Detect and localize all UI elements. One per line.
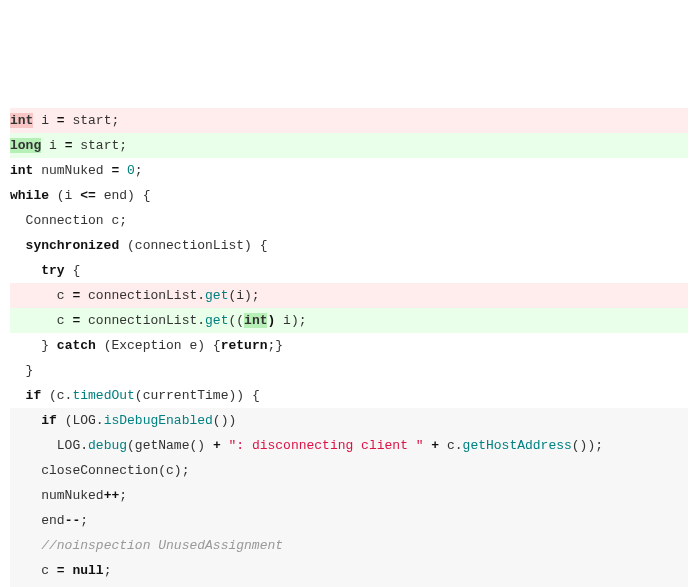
code-line: Connection c; xyxy=(10,208,688,233)
code-line: c = connectionList.get(i); xyxy=(10,283,688,308)
code-token: = xyxy=(111,163,119,178)
code-token: int xyxy=(10,163,33,178)
code-line: int i = start; xyxy=(10,108,688,133)
code-line: if (!force && numNuked == maxConnections… xyxy=(10,583,688,587)
code-token: return xyxy=(221,338,268,353)
code-line: while (i <= end) { xyxy=(10,183,688,208)
diff-code-block: int i = start;long i = start;int numNuke… xyxy=(10,108,688,587)
code-token: getHostAddress xyxy=(463,438,572,453)
code-token: get xyxy=(205,313,228,328)
code-token: catch xyxy=(57,338,96,353)
code-token: + xyxy=(431,438,439,453)
code-line: end--; xyxy=(10,508,688,533)
code-token: timedOut xyxy=(72,388,134,403)
code-line: c = null; xyxy=(10,558,688,583)
code-token: if xyxy=(26,388,42,403)
code-line: closeConnection(c); xyxy=(10,458,688,483)
code-line: synchronized (connectionList) { xyxy=(10,233,688,258)
code-token: + xyxy=(213,438,221,453)
code-token: = xyxy=(72,313,80,328)
code-token: = xyxy=(72,288,80,303)
code-token: if xyxy=(41,413,57,428)
code-line: //noinspection UnusedAssignment xyxy=(10,533,688,558)
code-token: try xyxy=(41,263,64,278)
code-token: int xyxy=(244,313,267,328)
code-token: //noinspection UnusedAssignment xyxy=(41,538,283,553)
code-line: if (c.timedOut(currentTime)) { xyxy=(10,383,688,408)
code-line: } xyxy=(10,358,688,383)
code-token: null xyxy=(72,563,103,578)
code-token: = xyxy=(57,113,65,128)
code-line: long i = start; xyxy=(10,133,688,158)
code-token: long xyxy=(10,138,41,153)
code-token: while xyxy=(10,188,49,203)
code-line: try { xyxy=(10,258,688,283)
code-line: } catch (Exception e) {return;} xyxy=(10,333,688,358)
code-line: c = connectionList.get((int) i); xyxy=(10,308,688,333)
code-token: debug xyxy=(88,438,127,453)
code-token: = xyxy=(65,138,73,153)
code-token: ++ xyxy=(104,488,120,503)
code-token: = xyxy=(57,563,65,578)
code-token: synchronized xyxy=(26,238,120,253)
code-line: int numNuked = 0; xyxy=(10,158,688,183)
code-line: if (LOG.isDebugEnabled()) xyxy=(10,408,688,433)
code-line: numNuked++; xyxy=(10,483,688,508)
code-token: 0 xyxy=(127,163,135,178)
code-token: ) xyxy=(267,313,275,328)
code-token: get xyxy=(205,288,228,303)
code-token: <= xyxy=(80,188,96,203)
code-token: ": disconnecting client " xyxy=(229,438,424,453)
code-token: int xyxy=(10,113,33,128)
code-token: -- xyxy=(65,513,81,528)
code-line: LOG.debug(getName() + ": disconnecting c… xyxy=(10,433,688,458)
code-token: isDebugEnabled xyxy=(104,413,213,428)
